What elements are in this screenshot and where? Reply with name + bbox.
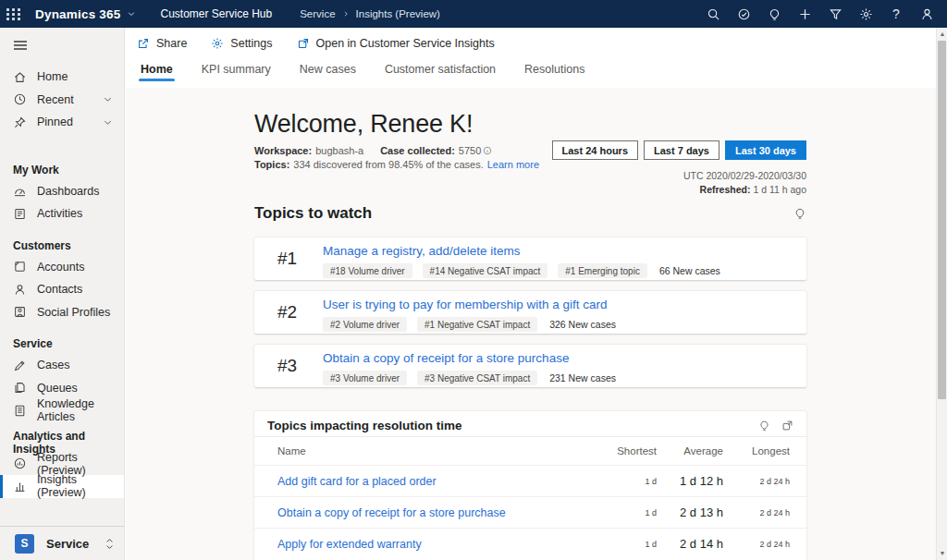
- topic-title-link[interactable]: Obtain a copy of receipt for a store pur…: [323, 351, 806, 365]
- top-navigation-bar: Dynamics 365 Customer Service Hub Servic…: [0, 0, 947, 28]
- topics-label: Topics:: [254, 159, 289, 170]
- area-switcher[interactable]: S Service: [0, 526, 124, 560]
- search-icon[interactable]: [704, 5, 722, 23]
- area-label: Service: [46, 537, 89, 551]
- sidebar-item-reports-preview[interactable]: Reports (Preview): [0, 453, 124, 476]
- sidebar-item-label: Recent: [37, 93, 74, 106]
- shortest-value: 1 d: [590, 477, 657, 486]
- tab-customer-satisfaction[interactable]: Customer satisfaction: [385, 58, 496, 81]
- vertical-scrollbar[interactable]: ▲ ▼: [936, 28, 947, 560]
- resolution-card-header: Topics impacting resolution time: [254, 411, 806, 437]
- resolution-card-title: Topics impacting resolution time: [267, 419, 462, 432]
- tab-home[interactable]: Home: [141, 58, 173, 81]
- sidebar-item-cases[interactable]: Cases: [0, 354, 124, 377]
- popout-icon[interactable]: [781, 420, 793, 432]
- settings-button[interactable]: Settings: [211, 37, 272, 50]
- sidebar-item-contacts[interactable]: Contacts: [0, 278, 124, 301]
- person-icon[interactable]: [917, 5, 936, 23]
- date-range-buttons: Last 24 hours Last 7 days Last 30 days: [552, 140, 807, 160]
- tab-kpi-summary[interactable]: KPI summary: [202, 58, 271, 81]
- resolution-time-card: Topics impacting resolution time Name: [254, 411, 806, 560]
- tab-resolutions[interactable]: Resolutions: [524, 58, 584, 81]
- topics-value: 334 discovered from 98.45% of the cases.: [293, 159, 483, 170]
- topic-badges: #18 Volume driver #14 Negative CSAT impa…: [323, 263, 806, 278]
- dashboard-tabs: Home KPI summary New cases Customer sati…: [126, 58, 936, 88]
- breadcrumb-section[interactable]: Service: [300, 8, 335, 19]
- topic-title-link[interactable]: Manage a registry, add/delete items: [323, 244, 806, 258]
- help-icon[interactable]: ?: [887, 5, 905, 23]
- date-range-block: Last 24 hours Last 7 days Last 30 days U…: [552, 140, 807, 195]
- learn-more-link[interactable]: Learn more: [487, 159, 539, 170]
- sidebar-item-queues[interactable]: Queues: [0, 377, 124, 400]
- sidebar-item-activities[interactable]: Activities: [0, 202, 124, 225]
- topic-title-link[interactable]: User is trying to pay for membership wit…: [323, 298, 806, 311]
- chevron-down-icon[interactable]: [103, 94, 113, 104]
- scroll-down-arrow-icon[interactable]: ▼: [939, 550, 946, 557]
- sidebar-item-dashboards[interactable]: Dashboards: [0, 180, 124, 203]
- topic-name-link[interactable]: Add gift card for a placed order: [277, 475, 590, 488]
- clock-icon: [13, 92, 27, 106]
- badge-volume-driver: #2 Volume driver: [323, 317, 407, 332]
- last-24-hours-button[interactable]: Last 24 hours: [552, 140, 639, 160]
- hamburger-menu-icon[interactable]: [0, 28, 124, 58]
- badge-negative-csat: #3 Negative CSAT impact: [417, 371, 537, 385]
- share-button[interactable]: Share: [137, 37, 187, 50]
- shortest-value: 1 d: [590, 508, 657, 517]
- social-profiles-icon: [13, 305, 27, 319]
- plus-icon[interactable]: [795, 5, 814, 23]
- insights-icon: [13, 480, 27, 493]
- lightbulb-icon[interactable]: [793, 207, 806, 220]
- sidebar-item-accounts[interactable]: Accounts: [0, 256, 124, 279]
- column-name[interactable]: Name: [277, 445, 590, 457]
- sidebar-item-recent[interactable]: Recent: [0, 89, 124, 112]
- refreshed-value: 1 d 11 h ago: [753, 184, 806, 195]
- sidebar-item-pinned[interactable]: Pinned: [0, 111, 124, 134]
- open-in-csi-button[interactable]: Open in Customer Service Insights: [297, 37, 495, 50]
- topic-name-link[interactable]: Obtain a copy of receipt for a store pur…: [277, 506, 590, 519]
- chevron-down-icon[interactable]: [127, 9, 136, 18]
- column-shortest[interactable]: Shortest: [590, 445, 657, 457]
- utc-range: UTC 2020/02/29-2020/03/30: [552, 170, 807, 181]
- sidebar-item-label: Activities: [37, 207, 82, 220]
- sidebar-item-insights-preview[interactable]: Insights (Preview): [0, 475, 124, 498]
- filter-icon[interactable]: [826, 5, 844, 23]
- case-collected-value: 5750: [459, 145, 481, 156]
- gear-icon[interactable]: [856, 5, 875, 23]
- brand-title[interactable]: Dynamics 365: [35, 7, 120, 21]
- last-30-days-button[interactable]: Last 30 days: [725, 140, 806, 160]
- lightbulb-icon[interactable]: [765, 5, 783, 23]
- breadcrumb-page[interactable]: Insights (Preview): [356, 8, 440, 19]
- last-7-days-button[interactable]: Last 7 days: [644, 140, 719, 160]
- info-icon[interactable]: [483, 146, 492, 155]
- sidebar-item-label: Social Profiles: [37, 306, 110, 319]
- sidebar-item-label: Cases: [37, 359, 69, 371]
- topics-to-watch-title: Topics to watch: [254, 204, 372, 223]
- app-launcher-waffle-icon[interactable]: [0, 0, 28, 28]
- scrollbar-thumb[interactable]: [938, 41, 946, 399]
- average-value: 2 d 13 h: [657, 505, 723, 519]
- lightbulb-icon[interactable]: [758, 420, 770, 432]
- topic-rank: #3: [277, 351, 323, 376]
- refreshed-status: Refreshed: 1 d 11 h ago: [552, 184, 807, 195]
- column-longest[interactable]: Longest: [723, 445, 790, 457]
- sidebar-section-analytics-and-insights: Analytics and Insights: [0, 432, 124, 453]
- app-name[interactable]: Customer Service Hub: [160, 7, 272, 20]
- column-average[interactable]: Average: [657, 445, 723, 457]
- sidebar-item-home[interactable]: Home: [0, 66, 124, 89]
- checkmark-circle-icon[interactable]: [734, 5, 753, 23]
- table-row: Apply for extended warranty 1 d 2 d 14 h…: [254, 528, 806, 559]
- shortest-value: 1 d: [590, 540, 657, 549]
- sidebar-item-knowledge-articles[interactable]: Knowledge Articles: [0, 399, 124, 422]
- topic-badges: #2 Volume driver #1 Negative CSAT impact…: [323, 317, 806, 332]
- command-bar: Share Settings Open in Customer Service …: [126, 28, 936, 58]
- scroll-up-arrow-icon[interactable]: ▲: [939, 30, 946, 38]
- sidebar-item-social-profiles[interactable]: Social Profiles: [0, 301, 124, 324]
- longest-value: 2 d 24 h: [723, 540, 790, 549]
- tab-new-cases[interactable]: New cases: [300, 58, 356, 81]
- topic-name-link[interactable]: Apply for extended warranty: [277, 538, 590, 551]
- topic-rank: #2: [277, 298, 323, 323]
- sidebar-item-label: Dashboards: [37, 185, 99, 198]
- average-value: 1 d 12 h: [657, 474, 723, 488]
- table-row: Obtain a copy of receipt for a store pur…: [254, 496, 806, 528]
- chevron-down-icon[interactable]: [103, 117, 113, 128]
